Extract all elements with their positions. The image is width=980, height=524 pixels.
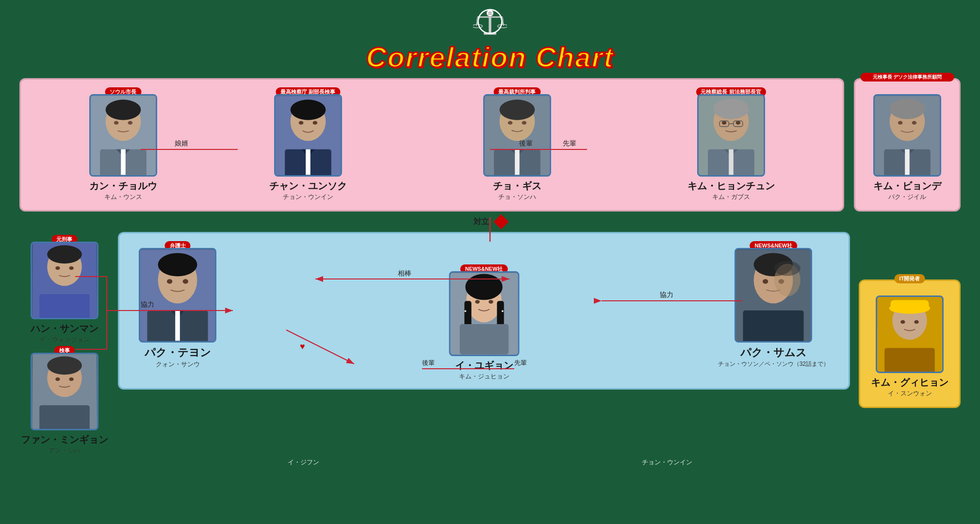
svg-point-84 [55,266,60,270]
svg-point-33 [498,24,507,28]
svg-point-30 [473,24,482,28]
svg-point-67 [721,121,726,125]
name-jp-cho: チョ・ギス [493,180,541,193]
svg-point-115 [489,300,493,304]
card-han-sanman: 元刑事 ハン・サンマン イ・ウォンジョン [19,242,109,344]
opposition-row: 対立 [0,216,980,227]
opposition-diamond [493,214,508,229]
name-kr-lee-yu: キム・ジュヒョン [459,372,509,381]
card-lee-yugyong: NEWS&NEW社 [449,271,519,381]
svg-rect-58 [515,149,520,175]
name-jp-hwang: ファン・ミンギョン [21,433,108,446]
svg-text:⚖: ⚖ [488,11,492,16]
svg-point-107 [774,261,800,276]
svg-point-68 [735,121,740,125]
name-kr-kim-gwi: イ・スンウォン [888,389,932,398]
scale-icon: ⚖ [473,9,507,38]
card-kim-byonde: 元検事長 デソク法律事務所顧問 キム・ビョンデ パク・ジイル [854,78,961,212]
bottom-label-center: チョン・ウンイン [642,458,692,467]
svg-rect-97 [175,311,180,341]
svg-point-52 [312,121,317,125]
svg-rect-124 [884,348,935,373]
opposition-label: 対立 [474,217,489,227]
svg-rect-42 [121,149,126,175]
name-kr-kim-byonde: パク・ジイル [888,193,926,201]
svg-point-110 [465,274,503,300]
svg-point-94 [158,253,197,276]
name-kr-han: イ・ウォンジョン [39,335,90,344]
card-pak-samus: NEWS&NEW社 [718,248,829,368]
svg-point-98 [167,279,173,284]
svg-point-104 [763,279,768,284]
name-jp-lee-yu: イ・ユギョン [455,359,513,372]
svg-point-44 [128,121,132,125]
top-row: ソウル市長 [19,78,961,212]
left-standalone-cards: 元刑事 ハン・サンマン イ・ウォンジョン 検事 [19,232,109,455]
name-kr-cho: チョ・ソンハ [498,193,536,201]
svg-point-39 [105,99,141,120]
blue-section: 弁護士 パク・ [118,232,850,390]
svg-point-78 [898,121,903,125]
svg-point-88 [47,357,82,375]
name-jp-kim-byonde: キム・ビョンデ [873,180,941,193]
photo-lee-yugyong [449,271,519,356]
svg-point-85 [69,266,73,270]
role-badge-kim-byonde: 元検事長 デソク法律事務所顧問 [861,73,954,82]
name-jp-kim-hyun: キム・ヒョンチュン [687,180,775,193]
card-kim-gwihyon: IT開発者 キム・グィヒョン イ・スンウォン [859,279,961,408]
photo-pak-taeyong [139,248,216,343]
svg-point-123 [914,320,918,324]
card-kim-hyonchun: 元検察総長 前法務部長官 [687,94,775,201]
photo-hwang-mingyong [31,353,98,430]
photo-kim-byonde [873,94,941,177]
svg-point-51 [298,121,303,125]
card-chan-yunsok: 最高検察庁 副部長検事 チャン・ユンソク チョン・ウン [269,94,347,201]
name-kr-kim-hyun: キム・ガブス [712,193,750,201]
svg-rect-50 [306,149,310,175]
svg-point-47 [290,99,326,120]
svg-point-99 [183,279,189,284]
svg-point-90 [55,377,60,381]
name-kr-pak-tae: クォン・サンウ [156,360,200,369]
name-kr-chan: チョン・ウンイン [283,193,333,201]
svg-rect-77 [905,149,910,175]
title-area: ⚖ Correlation Chart [0,0,980,73]
svg-rect-121 [890,300,929,311]
photo-han-sanman [31,242,98,319]
bottom-full: 元刑事 ハン・サンマン イ・ウォンジョン 検事 [19,232,961,455]
photo-cho-gisu [483,94,551,177]
card-kang-cheolwoo: ソウル市長 [89,94,157,201]
name-kr-hwang: アン・シハ [49,446,80,455]
name-jp-chan: チャン・ユンソク [269,180,347,193]
svg-point-55 [499,99,535,120]
card-cho-gisu: 最高裁判所判事 チョ・ギス [483,94,551,201]
svg-point-82 [47,246,82,264]
name-jp-pak-sam: パク・サムス [740,345,807,360]
svg-rect-113 [459,324,508,354]
svg-rect-89 [39,405,90,430]
svg-point-60 [522,121,526,125]
svg-point-63 [713,98,749,119]
name-kr-pak-sam: チョン・ウソン／ペ・ソンウ（32話まで） [718,360,829,368]
card-hwang-mingyong: 検事 ファン・ミンギョン アン・シハ [19,353,109,455]
svg-point-59 [507,121,512,125]
role-badge-kim-gwi: IT開発者 [895,274,925,283]
svg-point-43 [114,121,118,125]
name-jp-kim-gwi: キム・グィヒョン [871,376,948,389]
bottom-labels: イ・ジフン チョン・ウンイン [126,458,854,467]
svg-point-114 [475,300,480,304]
svg-rect-103 [743,311,804,343]
name-jp-kang: カン・チョルウ [89,180,157,193]
svg-point-116 [464,310,466,312]
svg-point-117 [501,310,503,312]
card-pak-taeyong: 弁護士 パク・ [139,248,216,369]
name-jp-han: ハン・サンマン [31,322,98,335]
photo-kim-gwihyon [876,295,944,373]
svg-point-91 [69,377,73,381]
svg-point-79 [912,121,917,125]
photo-kang [89,94,157,177]
svg-point-74 [890,98,925,119]
photo-chan [274,94,342,177]
svg-rect-83 [39,294,90,319]
pink-section: ソウル市長 [19,78,844,212]
